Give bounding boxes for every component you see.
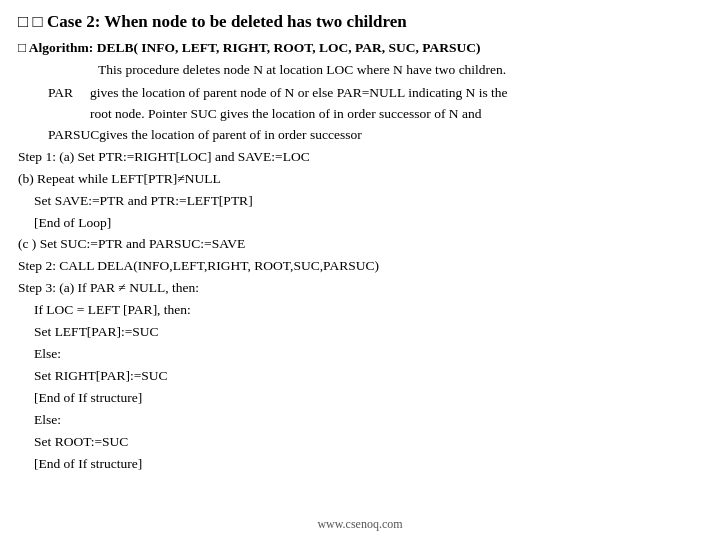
line-desc: This procedure deletes node N at locatio… [18, 60, 702, 81]
step3-else2: Else: [18, 410, 702, 431]
step2: Step 2: CALL DELA(INFO,LEFT,RIGHT, ROOT,… [18, 256, 702, 277]
par-spacer [18, 104, 90, 125]
step1b: (b) Repeat while LEFT[PTR]≠NULL [18, 169, 702, 190]
par-row: PAR gives the location of parent node of… [18, 83, 702, 104]
footer: www.csenoq.com [0, 517, 720, 532]
step3-else1: Else: [18, 344, 702, 365]
par-text2: root node. Pointer SUC gives the locatio… [90, 104, 481, 125]
par-text1: gives the location of parent node of N o… [90, 83, 702, 104]
parsuc-row: PARSUC gives the location of parent of i… [18, 125, 702, 146]
step1b3: [End of Loop] [18, 213, 702, 234]
algo-header: □ Algorithm: DELB( INFO, LEFT, RIGHT, RO… [18, 38, 702, 58]
step1c: (c ) Set SUC:=PTR and PARSUC:=SAVE [18, 234, 702, 255]
par-label: PAR [18, 83, 90, 104]
step3-end1: [End of If structure] [18, 388, 702, 409]
step3-if: If LOC = LEFT [PAR], then: [18, 300, 702, 321]
par-block: PAR gives the location of parent node of… [18, 83, 702, 125]
parsuc-text: gives the location of parent of in order… [99, 125, 361, 146]
step1b2: Set SAVE:=PTR and PTR:=LEFT[PTR] [18, 191, 702, 212]
par-row2: root node. Pointer SUC gives the locatio… [18, 104, 702, 125]
parsuc-block: PARSUC gives the location of parent of i… [18, 125, 702, 146]
step3-set3: Set ROOT:=SUC [18, 432, 702, 453]
page-container: □ □ Case 2: When node to be deleted has … [18, 10, 702, 475]
step3header: Step 3: (a) If PAR ≠ NULL, then: [18, 278, 702, 299]
step3-set2: Set RIGHT[PAR]:=SUC [18, 366, 702, 387]
step1a: Step 1: (a) Set PTR:=RIGHT[LOC] and SAVE… [18, 147, 702, 168]
title-checkbox: □ [18, 12, 33, 31]
parsuc-label: PARSUC [18, 125, 99, 146]
step3-set1: Set LEFT[PAR]:=SUC [18, 322, 702, 343]
page-title: □ □ Case 2: When node to be deleted has … [18, 10, 702, 34]
step3-end2: [End of If structure] [18, 454, 702, 475]
